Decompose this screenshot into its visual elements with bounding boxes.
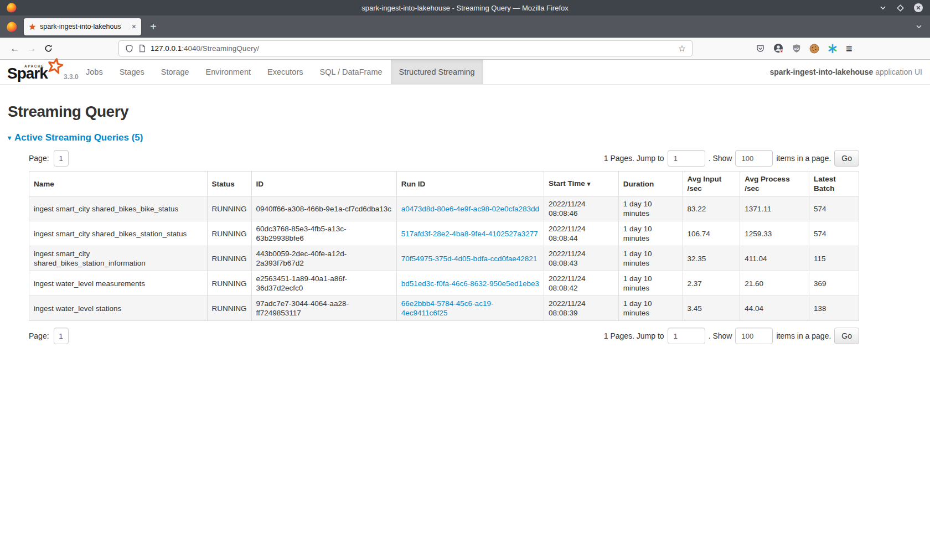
column-header-duration[interactable]: Duration bbox=[618, 172, 683, 196]
column-header-status[interactable]: Status bbox=[207, 172, 251, 196]
column-header-avg-process-sec[interactable]: Avg Process /sec bbox=[740, 172, 809, 196]
page-info-icon[interactable] bbox=[138, 44, 146, 53]
latest-batch: 574 bbox=[814, 230, 826, 238]
active-queries-section-toggle[interactable]: ▾ Active Streaming Queries (5) bbox=[8, 132, 922, 143]
browser-tab[interactable]: spark-ingest-into-lakehous × bbox=[24, 18, 141, 35]
start-time: 2022/11/24 08:08:44 bbox=[549, 225, 586, 242]
avg-input-per-sec: 3.45 bbox=[688, 304, 702, 313]
query-id: 60dc3768-85e3-4fb5-a13c-63b29938bfe6 bbox=[256, 225, 347, 242]
show-text: . Show bbox=[709, 154, 732, 163]
cell-avg-process-per-sec: 411.04 bbox=[740, 246, 809, 271]
application-suffix: application UI bbox=[875, 68, 922, 76]
spark-version: 3.3.0 bbox=[64, 73, 79, 81]
nav-tab-stages[interactable]: Stages bbox=[111, 60, 153, 84]
page-number-input-bottom[interactable] bbox=[54, 328, 69, 344]
cell-avg-process-per-sec: 21.60 bbox=[740, 271, 809, 296]
pagination-bottom: Page: 1 Pages. Jump to . Show items in a… bbox=[29, 328, 859, 344]
cell-query-name: ingest water_level measurements bbox=[29, 271, 208, 296]
back-icon[interactable]: ← bbox=[7, 44, 23, 53]
nav-tab-executors[interactable]: Executors bbox=[259, 60, 311, 84]
cell-run-id: 70f54975-375d-4d05-bdfa-ccd0fae42821 bbox=[396, 246, 544, 271]
cell-start-time: 2022/11/24 08:08:42 bbox=[544, 271, 619, 296]
page-number-input-top[interactable] bbox=[54, 150, 69, 167]
column-header-avg-input-sec[interactable]: Avg Input /sec bbox=[683, 172, 740, 196]
items-text: items in a page. bbox=[776, 331, 831, 340]
asterisk-extension-icon[interactable] bbox=[828, 44, 838, 54]
url-text[interactable]: 127.0.0.1:4040/StreamingQuery/ bbox=[151, 44, 259, 53]
spark-star-icon bbox=[46, 57, 64, 77]
sort-desc-icon: ▾ bbox=[587, 180, 591, 187]
nav-tab-jobs[interactable]: Jobs bbox=[78, 60, 111, 84]
column-header-name[interactable]: Name bbox=[29, 172, 208, 196]
query-name: ingest smart_city shared_bikes_bike_stat… bbox=[34, 205, 178, 213]
cell-avg-input-per-sec: 106.74 bbox=[683, 221, 740, 246]
column-header-run-id[interactable]: Run ID bbox=[396, 172, 544, 196]
application-name: spark-ingest-into-lakehouse bbox=[769, 68, 873, 76]
cell-latest-batch: 574 bbox=[809, 196, 859, 221]
show-text: . Show bbox=[709, 331, 732, 340]
window-titlebar: spark-ingest-into-lakehouse - Streaming … bbox=[0, 0, 930, 15]
nav-tab-environment[interactable]: Environment bbox=[198, 60, 259, 84]
cell-query-name: ingest smart_city shared_bikes_station_s… bbox=[29, 221, 208, 246]
avg-process-per-sec: 44.04 bbox=[745, 304, 763, 313]
nav-tab-structured-streaming[interactable]: Structured Streaming bbox=[391, 60, 483, 84]
cell-avg-process-per-sec: 1259.33 bbox=[740, 221, 809, 246]
query-id: 443b0059-2dec-40fe-a12d-2a393f7b67d2 bbox=[256, 250, 347, 267]
account-profile-icon[interactable] bbox=[773, 43, 784, 54]
cell-run-id: a0473d8d-80e6-4e9f-ac98-02e0cfa283dd bbox=[396, 196, 544, 221]
start-time: 2022/11/24 08:08:43 bbox=[549, 250, 586, 267]
column-label: Latest Batch bbox=[814, 175, 836, 193]
status: RUNNING bbox=[212, 230, 247, 238]
cell-status: RUNNING bbox=[207, 296, 251, 321]
reload-icon[interactable] bbox=[40, 44, 56, 53]
query-id: 97adc7e7-3044-4064-aa28-ff7249853117 bbox=[256, 299, 349, 317]
bookmark-star-icon[interactable]: ☆ bbox=[678, 44, 686, 53]
run-id-link[interactable]: 70f54975-375d-4d05-bdfa-ccd0fae42821 bbox=[401, 255, 537, 263]
run-id-link[interactable]: 66e2bbb4-5784-45c6-ac19-4ec9411c6f25 bbox=[401, 299, 494, 317]
column-label: Status bbox=[212, 180, 235, 188]
column-header-start-time[interactable]: Start Time▾ bbox=[544, 172, 619, 196]
run-id-link[interactable]: bd51ed3c-f0fa-46c6-8632-950e5ed1ebe3 bbox=[401, 279, 539, 288]
url-bar[interactable]: 127.0.0.1:4040/StreamingQuery/ ☆ bbox=[118, 40, 693, 56]
new-tab-button[interactable]: + bbox=[150, 21, 157, 32]
cell-duration: 1 day 10 minutes bbox=[618, 221, 683, 246]
nav-tab-sql-dataframe[interactable]: SQL / DataFrame bbox=[311, 60, 390, 84]
cell-latest-batch: 115 bbox=[809, 246, 859, 271]
firefox-icon bbox=[7, 22, 17, 32]
jump-to-page-input-bottom[interactable] bbox=[668, 328, 705, 344]
query-name: ingest water_level measurements bbox=[34, 279, 145, 288]
cookie-extension-icon[interactable] bbox=[809, 44, 819, 54]
list-all-tabs-icon[interactable] bbox=[914, 22, 923, 31]
window-title: spark-ingest-into-lakehouse - Streaming … bbox=[0, 4, 930, 12]
query-name: ingest water_level stations bbox=[34, 304, 121, 313]
tab-close-icon[interactable]: × bbox=[132, 23, 136, 30]
cell-duration: 1 day 10 minutes bbox=[618, 196, 683, 221]
cell-run-id: 517afd3f-28e2-4ba8-9fe4-4102527a3277 bbox=[396, 221, 544, 246]
column-label: Avg Process /sec bbox=[745, 175, 789, 193]
adblocker-shield-icon[interactable]: uO bbox=[792, 44, 801, 53]
maximize-icon[interactable] bbox=[896, 4, 905, 12]
avg-process-per-sec: 1259.33 bbox=[745, 230, 772, 238]
go-button-top[interactable]: Go bbox=[834, 150, 859, 167]
page-size-input-bottom[interactable] bbox=[735, 328, 773, 344]
close-window-icon[interactable] bbox=[913, 3, 923, 13]
page-size-input-top[interactable] bbox=[735, 150, 773, 167]
latest-batch: 369 bbox=[814, 279, 826, 288]
pocket-icon[interactable] bbox=[756, 44, 765, 53]
cell-duration: 1 day 10 minutes bbox=[618, 246, 683, 271]
cell-query-id: 60dc3768-85e3-4fb5-a13c-63b29938bfe6 bbox=[251, 221, 396, 246]
query-row: ingest smart_city shared_bikes_station_s… bbox=[29, 221, 859, 246]
menu-icon[interactable]: ≡ bbox=[846, 43, 852, 54]
run-id-link[interactable]: 517afd3f-28e2-4ba8-9fe4-4102527a3277 bbox=[401, 230, 538, 238]
minimize-icon[interactable] bbox=[879, 3, 887, 12]
column-header-id[interactable]: ID bbox=[251, 172, 396, 196]
latest-batch: 138 bbox=[814, 304, 826, 313]
column-header-latest-batch[interactable]: Latest Batch bbox=[809, 172, 859, 196]
cell-avg-process-per-sec: 1371.11 bbox=[740, 196, 809, 221]
latest-batch: 115 bbox=[814, 255, 826, 263]
nav-tab-storage[interactable]: Storage bbox=[153, 60, 198, 84]
shield-icon[interactable] bbox=[125, 44, 133, 53]
jump-to-page-input-top[interactable] bbox=[668, 150, 705, 167]
go-button-bottom[interactable]: Go bbox=[834, 328, 859, 344]
run-id-link[interactable]: a0473d8d-80e6-4e9f-ac98-02e0cfa283dd bbox=[401, 205, 539, 213]
